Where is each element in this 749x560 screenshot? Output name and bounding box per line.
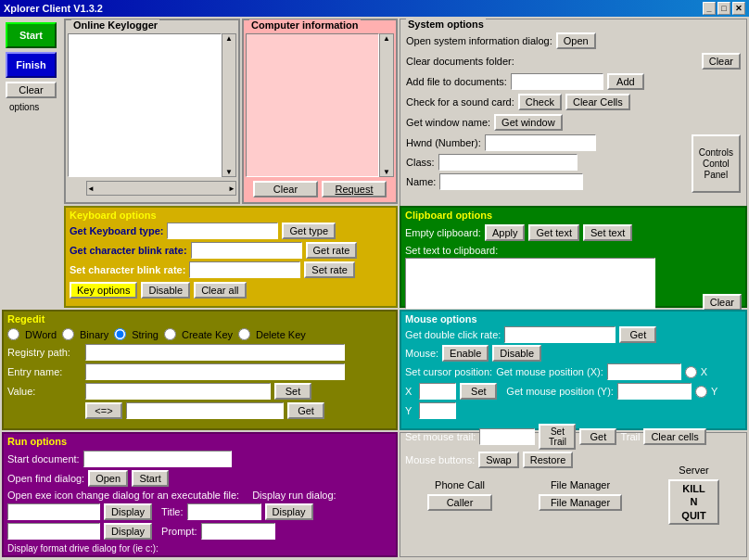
set-button[interactable]: Set [274, 383, 311, 400]
display-button-3[interactable]: Display [265, 503, 313, 520]
name-input[interactable] [439, 173, 583, 190]
entry-name-input[interactable] [85, 363, 345, 380]
get-trail-button[interactable]: Get [579, 428, 616, 445]
format-input[interactable] [7, 523, 100, 540]
set-cursor-button[interactable]: Set [460, 383, 497, 400]
dbl-click-row: Get double click rate: Get [405, 326, 742, 343]
string-radio[interactable] [114, 328, 126, 340]
key-options-button[interactable]: Key options [70, 282, 137, 299]
entry-name-row: Entry name: [7, 363, 392, 380]
check-sound-label: Check for a sound card: [406, 96, 514, 108]
phone-call-section: Phone Call Caller [427, 479, 492, 511]
arrow-button[interactable]: <=> [85, 402, 122, 419]
create-key-radio[interactable] [164, 328, 176, 340]
apply-button[interactable]: Apply [485, 224, 526, 241]
open-exe-label: Open exe icon change dialog for an execu… [7, 490, 239, 501]
check-button[interactable]: Check [518, 94, 562, 110]
cursor-left: Set cursor position: Get mouse position … [405, 363, 742, 422]
add-button[interactable]: Add [607, 73, 644, 90]
get-type-button[interactable]: Get type [282, 223, 336, 239]
display-run-label: Display run dialog: [252, 490, 336, 501]
disable-button[interactable]: Disable [141, 282, 190, 299]
keyboard-type-input[interactable] [167, 223, 278, 239]
controls-panel-button[interactable]: Controls Contol Panel [692, 134, 741, 193]
mouse-enable-button[interactable]: Enable [442, 345, 489, 362]
computer-info-textarea[interactable] [246, 33, 379, 177]
close-button[interactable]: ✕ [732, 2, 745, 15]
computer-clear-button[interactable]: Clear [253, 181, 318, 197]
mouse-get-button[interactable]: Get [619, 326, 656, 343]
mouse-y-input[interactable] [617, 383, 692, 400]
dbl-click-input[interactable] [504, 326, 616, 343]
clipboard-clear-button[interactable]: Clear [703, 294, 742, 311]
finish-button[interactable]: Finish [6, 52, 57, 78]
binary-radio[interactable] [62, 328, 74, 340]
empty-clipboard-label: Empty clipboard: [405, 227, 481, 238]
trail-input[interactable] [479, 428, 535, 445]
string-label: String [132, 329, 159, 340]
get-row: <=> Get [7, 402, 392, 419]
clear-cells-trail-button[interactable]: Clear cells [643, 428, 705, 445]
open-system-row: Open system information dialog: Open [406, 32, 741, 49]
keylogger-scrollbar[interactable]: ▲ ▼ [222, 33, 236, 177]
request-button[interactable]: Request [322, 181, 387, 197]
run-start-button[interactable]: Start [132, 470, 169, 487]
hwnd-input[interactable] [485, 134, 596, 151]
clipboard-textarea[interactable] [405, 258, 655, 309]
caller-button[interactable]: Caller [427, 494, 492, 511]
dword-radio[interactable] [7, 328, 19, 340]
y-radio[interactable] [695, 386, 707, 398]
set-trail-button[interactable]: Set Trail [539, 424, 576, 450]
cursor-y-input[interactable] [419, 402, 456, 419]
mouse-buttons-label: Mouse buttons: [405, 454, 475, 465]
display-button-1[interactable]: Display [104, 503, 152, 520]
get-button[interactable]: Get [287, 402, 324, 419]
prompt-input[interactable] [201, 523, 275, 540]
display-button-2[interactable]: Display [104, 523, 152, 540]
clear-cells-button[interactable]: Clear Cells [565, 94, 630, 110]
trail-row: Set mouse trail: Set Trail Get Trail Cle… [405, 424, 742, 450]
set-blink-input[interactable] [189, 261, 300, 278]
x-radio[interactable] [685, 366, 697, 378]
add-file-input[interactable] [511, 73, 603, 90]
kill-button[interactable]: KILL N QUIT [668, 479, 719, 525]
format-drive-text: Display format drive dialog for (ie c:): [7, 543, 159, 554]
maximize-button[interactable]: □ [717, 2, 730, 15]
run-open-button[interactable]: Open [88, 470, 128, 487]
clear-button[interactable]: Clear [6, 82, 57, 98]
swap-button[interactable]: Swap [478, 452, 519, 468]
regedit-label: Regedit [7, 313, 392, 325]
y-label: Y [405, 405, 412, 416]
class-input[interactable] [438, 154, 578, 171]
computer-info-scrollbar[interactable]: ▲ ▼ [379, 33, 394, 177]
registry-path-input[interactable] [85, 344, 345, 361]
get-blink-input[interactable] [191, 242, 302, 259]
set-rate-button[interactable]: Set rate [304, 261, 355, 278]
file-manager-section: File Manager File Manager [539, 479, 622, 511]
start-doc-input[interactable] [83, 451, 232, 467]
clear-all-button[interactable]: Clear all [194, 282, 246, 299]
restore-button[interactable]: Restore [523, 452, 574, 468]
minimize-button[interactable]: _ [703, 2, 716, 15]
get-window-button[interactable]: Get window [494, 114, 562, 131]
set-text-button[interactable]: Set text [583, 224, 632, 241]
value-input[interactable] [85, 383, 271, 400]
title-input[interactable] [187, 503, 261, 520]
file-manager-button[interactable]: File Manager [539, 494, 622, 511]
get-value-input[interactable] [126, 402, 284, 419]
get-rate-button[interactable]: Get rate [306, 242, 358, 259]
open-system-button[interactable]: Open [556, 32, 596, 49]
clipboard-options-label: Clipboard options [405, 210, 742, 221]
keylogger-textarea[interactable] [68, 33, 222, 177]
clear-docs-button[interactable]: Clear [702, 53, 741, 70]
get-text-button[interactable]: Get text [528, 224, 579, 241]
mouse-x-input[interactable] [607, 363, 681, 380]
binary-label: Binary [80, 329, 108, 340]
exe-path-input[interactable] [7, 503, 100, 520]
delete-key-radio[interactable] [238, 328, 250, 340]
entry-name-label: Entry name: [7, 366, 82, 377]
start-button[interactable]: Start [6, 22, 57, 48]
cursor-x-input[interactable] [419, 383, 456, 400]
mouse-disable-button[interactable]: Disable [492, 345, 541, 362]
check-sound-row: Check for a sound card: Check Clear Cell… [406, 94, 741, 110]
